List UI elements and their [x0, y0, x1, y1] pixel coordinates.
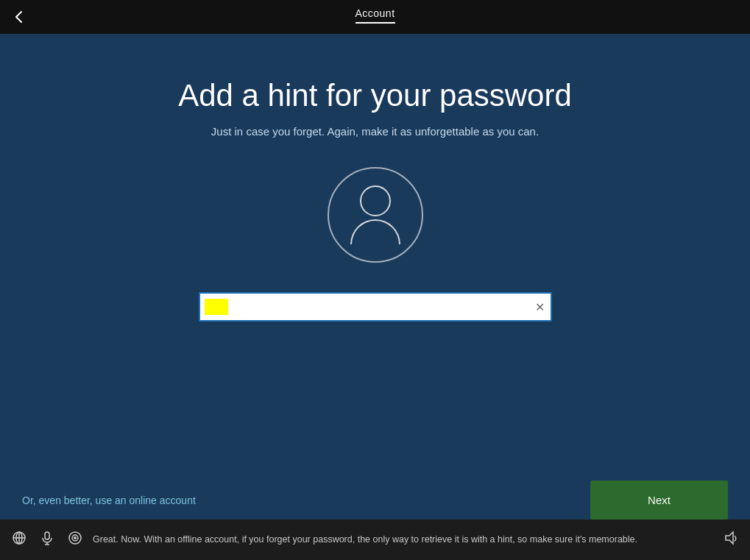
top-bar-title: Account [355, 7, 395, 24]
svg-point-9 [74, 536, 77, 539]
globe-icon[interactable] [12, 531, 26, 549]
hint-input[interactable] [199, 292, 552, 322]
next-button[interactable]: Next [590, 481, 728, 520]
notification-icons [12, 531, 82, 549]
avatar-icon [350, 185, 400, 244]
hint-input-container: ✕ [199, 292, 552, 322]
avatar-head [360, 185, 391, 216]
notification-bar: Great. Now. With an offline account, if … [0, 520, 750, 560]
notification-text: Great. Now. With an offline account, if … [93, 534, 713, 547]
top-bar: Account [0, 0, 750, 34]
page-subtitle: Just in case you forget. Again, make it … [211, 125, 539, 138]
svg-marker-10 [726, 532, 733, 544]
clear-button[interactable]: ✕ [535, 300, 545, 314]
main-content: Add a hint for your password Just in cas… [0, 34, 750, 322]
camera-icon[interactable] [68, 531, 82, 549]
avatar [328, 167, 423, 263]
back-button[interactable] [12, 10, 26, 24]
volume-icon[interactable] [724, 531, 738, 549]
svg-rect-4 [45, 532, 49, 539]
page-title: Add a hint for your password [178, 78, 572, 113]
mic-icon[interactable] [40, 531, 54, 549]
bottom-bar: Or, even better, use an online account N… [0, 481, 750, 520]
online-account-link[interactable]: Or, even better, use an online account [22, 495, 196, 506]
avatar-body [350, 219, 400, 244]
